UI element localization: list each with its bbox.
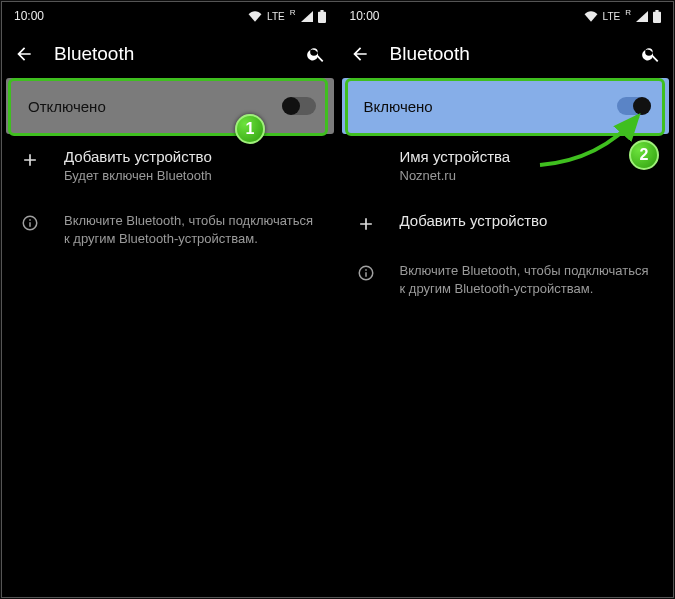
device-name-item[interactable]: Имя устройства Noznet.ru (338, 134, 674, 198)
spacer-icon (352, 148, 380, 150)
net-label: LTE (267, 11, 285, 22)
bluetooth-toggle-row[interactable]: Отключено (6, 78, 334, 134)
step-badge-1: 1 (235, 114, 265, 144)
toggle-switch[interactable] (282, 97, 316, 115)
search-icon (306, 44, 326, 64)
arrow-back-icon (350, 44, 370, 64)
status-bar: 10:00 LTE R (338, 2, 674, 30)
app-header: Bluetooth (2, 30, 338, 78)
switch-thumb (282, 97, 300, 115)
add-device-title: Добавить устройство (400, 212, 548, 229)
info-text: Включите Bluetooth, чтобы подключаться к… (400, 262, 650, 297)
status-icons: LTE R (248, 10, 325, 23)
battery-icon (653, 10, 661, 23)
page-title: Bluetooth (54, 43, 286, 65)
back-button[interactable] (348, 44, 372, 64)
device-name-title: Имя устройства (400, 148, 511, 165)
clock: 10:00 (350, 9, 380, 23)
add-device-item[interactable]: Добавить устройство (338, 198, 674, 248)
plus-icon (16, 148, 44, 170)
device-name-sub: Noznet.ru (400, 168, 511, 184)
page-title: Bluetooth (390, 43, 622, 65)
search-icon (641, 44, 661, 64)
info-icon (352, 262, 380, 282)
add-device-sub: Будет включен Bluetooth (64, 168, 212, 184)
info-icon (16, 212, 44, 232)
info-item: Включите Bluetooth, чтобы подключаться к… (338, 248, 674, 311)
add-device-item[interactable]: Добавить устройство Будет включен Blueto… (2, 134, 338, 198)
add-device-title: Добавить устройство (64, 148, 212, 165)
info-text: Включите Bluetooth, чтобы подключаться к… (64, 212, 314, 247)
toggle-label: Отключено (28, 98, 106, 115)
back-button[interactable] (12, 44, 36, 64)
phone-left: 10:00 LTE R Bluetooth Отключено (2, 2, 338, 597)
status-icons: LTE R (584, 10, 661, 23)
signal-icon (301, 11, 313, 22)
toggle-label: Включено (364, 98, 433, 115)
step-badge-2: 2 (629, 140, 659, 170)
clock: 10:00 (14, 9, 44, 23)
status-bar: 10:00 LTE R (2, 2, 338, 30)
roam-label: R (290, 8, 296, 17)
net-label: LTE (603, 11, 621, 22)
battery-icon (318, 10, 326, 23)
roam-label: R (625, 8, 631, 17)
app-header: Bluetooth (338, 30, 674, 78)
info-item: Включите Bluetooth, чтобы подключаться к… (2, 198, 338, 261)
wifi-icon (584, 11, 598, 22)
search-button[interactable] (639, 44, 663, 64)
plus-icon (352, 212, 380, 234)
wifi-icon (248, 11, 262, 22)
signal-icon (636, 11, 648, 22)
switch-thumb (633, 97, 651, 115)
phone-right: 10:00 LTE R Bluetooth Включено (338, 2, 674, 597)
toggle-switch[interactable] (617, 97, 651, 115)
bluetooth-toggle-row[interactable]: Включено (342, 78, 670, 134)
search-button[interactable] (304, 44, 328, 64)
arrow-back-icon (14, 44, 34, 64)
